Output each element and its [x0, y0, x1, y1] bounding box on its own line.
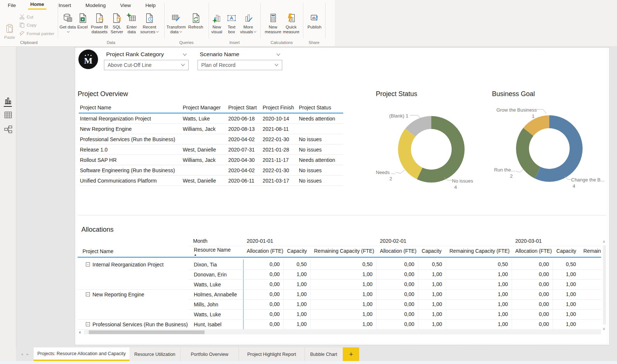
column-header[interactable]: Resource Name ▲ — [189, 246, 243, 257]
collapse-icon[interactable]: − — [86, 292, 90, 296]
new-visual-button[interactable]: New visual — [209, 13, 225, 34]
excel-icon — [77, 13, 88, 24]
sort-ascending-icon[interactable]: ▲ — [194, 253, 243, 256]
copy-button[interactable]: Copy — [19, 22, 37, 28]
value-cell: 0,00 — [243, 279, 283, 289]
column-header[interactable]: Allocation (FTE) — [243, 246, 283, 257]
refresh-button[interactable]: Refresh — [186, 13, 205, 30]
get-data-button[interactable]: Get data — [59, 13, 76, 34]
new-measure-icon — [267, 13, 279, 24]
matrix-row[interactable]: − Professional Services (Run the Busines… — [78, 319, 601, 329]
matrix-row[interactable]: − Watts, Luke 0,001,001,000,001,001,000,… — [78, 309, 601, 319]
transform-data-button[interactable]: Transform data — [163, 13, 189, 34]
value-cells: 0,001,001,000,001,001,000,001,00 — [243, 269, 580, 279]
column-header[interactable]: Capacity — [283, 246, 310, 257]
project-finish-cell: 2022-01-30 — [262, 167, 298, 173]
data-view-button[interactable] — [4, 110, 13, 119]
matrix-row[interactable]: − Donovan, Erin 0,001,001,000,001,001,00… — [78, 269, 601, 279]
scroll-left-arrow[interactable]: ‹ — [79, 329, 81, 335]
recent-sources-button[interactable]: Recent sources — [139, 13, 160, 34]
ribbon-tab-file[interactable]: File — [6, 2, 18, 9]
paste-button[interactable]: Paste — [1, 23, 18, 40]
column-header[interactable]: Project Finish — [262, 105, 298, 110]
ribbon-tab-modeling[interactable]: Modeling — [83, 2, 108, 9]
table-row[interactable]: Software Engineering (Run the Business) … — [79, 165, 343, 175]
dropdown-chevron-icon — [254, 31, 256, 33]
project-finish-cell: 2021-08-11 — [262, 126, 298, 132]
calculations-group-label: Calculations — [260, 40, 303, 45]
column-header[interactable]: Remainin — [580, 246, 601, 257]
column-header[interactable]: Allocation (FTE) — [376, 246, 418, 257]
slicer-scenario-dropdown[interactable]: Plan of Record — [198, 60, 282, 70]
text-box-icon — [226, 13, 237, 24]
matrix-row[interactable]: − New Reporting Engine Holmes, Annabelle… — [78, 289, 601, 299]
enter-data-button[interactable]: Enter data — [124, 13, 139, 34]
table-row[interactable]: Unified Communications Platform West, Da… — [79, 175, 343, 186]
column-header[interactable]: Capacity — [553, 246, 580, 257]
matrix-row[interactable]: − Mills, John 0,001,001,000,001,001,000,… — [78, 299, 601, 309]
column-header[interactable]: Project Name — [78, 249, 189, 254]
table-row[interactable]: Professional Services (Run the Business)… — [79, 134, 343, 144]
page-tab-project-highlight-report[interactable]: Project Highlight Report — [239, 347, 305, 361]
column-header[interactable]: Remaining Capacity (FTE) — [446, 246, 512, 257]
column-header[interactable]: Allocation (FTE) — [512, 246, 553, 257]
dropdown-chevron-icon — [67, 31, 70, 33]
ribbon-tab-view[interactable]: View — [118, 2, 133, 9]
next-page-icon[interactable]: ▸ — [27, 352, 29, 357]
chevron-down-icon[interactable] — [183, 53, 187, 56]
project-group-cell: New Reporting Engine — [92, 292, 144, 297]
table-row[interactable]: Rollout SAP HR Williams, Jack 2020-04-30… — [79, 154, 343, 165]
project-manager-cell: Williams, Jack — [182, 126, 227, 132]
donut-label-run-business: Run the... 2 — [480, 167, 515, 179]
value-cell: 1,00 — [446, 279, 512, 289]
page-tab-projects-resource-allocation[interactable]: Projects: Resource Allocation and Capaci… — [34, 347, 129, 361]
value-cell: 1,00 — [446, 269, 512, 279]
allocations-matrix[interactable]: Month 2020-01-01 2020-02-01 2020-03-01 P… — [78, 237, 601, 330]
matrix-row[interactable]: − Watts, Luke 0,001,001,000,001,001,000,… — [78, 279, 601, 289]
previous-page-icon[interactable]: ◂ — [21, 352, 23, 357]
slicer-rank-dropdown[interactable]: Above Cut-Off Line — [104, 60, 189, 70]
matrix-row[interactable]: − Internal Reorganization Project Dixon,… — [78, 259, 601, 269]
value-cells: 0,001,001,000,001,001,000,001,00 — [243, 309, 580, 319]
horizontal-scrollbar-thumb[interactable] — [89, 330, 205, 334]
table-row[interactable]: Release 1.0 West, Danielle 2020-07-31 20… — [79, 144, 343, 154]
insert-group-label: Insert — [209, 40, 260, 45]
value-cell: 0,00 — [243, 259, 283, 269]
ribbon-tab-insert[interactable]: Insert — [56, 2, 73, 9]
format-painter-button[interactable]: Format painter — [19, 31, 54, 36]
report-view-button[interactable] — [4, 96, 13, 105]
sql-server-button[interactable]: SQL Server — [108, 13, 125, 34]
page-tab-bubble-chart[interactable]: Bubble Chart — [305, 347, 343, 361]
ribbon-tab-help[interactable]: Help — [143, 2, 158, 9]
row-separator — [189, 269, 601, 270]
publish-button[interactable]: Publish — [306, 13, 323, 30]
table-row[interactable]: Internal Reorganization Project Watts, L… — [79, 113, 343, 123]
column-header[interactable]: Project Name — [79, 105, 182, 110]
add-page-button[interactable]: + — [343, 347, 359, 361]
quick-measure-button[interactable]: Quick measure — [281, 13, 301, 34]
power-bi-datasets-button[interactable]: Power BI datasets — [88, 13, 111, 34]
scroll-up-arrow[interactable]: ∧ — [603, 239, 605, 244]
vertical-scrollbar-thumb[interactable] — [603, 245, 606, 324]
model-view-button[interactable] — [4, 125, 13, 134]
value-cell: 1,00 — [310, 299, 376, 309]
column-header[interactable]: Capacity — [418, 246, 446, 257]
collapse-icon[interactable]: − — [86, 262, 90, 266]
chevron-down-icon[interactable] — [276, 53, 280, 56]
resource-name-cell: Watts, Luke — [189, 282, 243, 288]
more-visuals-button[interactable]: More visuals — [239, 13, 257, 34]
value-cell: 0,00 — [512, 279, 553, 289]
text-box-button[interactable]: Text box — [225, 13, 238, 34]
project-overview-table[interactable]: Project Name Project Manager Project Sta… — [79, 102, 343, 186]
column-header[interactable]: Project Start — [227, 105, 262, 110]
page-tab-resource-utilization[interactable]: Resource Utilization — [129, 347, 181, 361]
column-header[interactable]: Project Manager — [182, 105, 227, 110]
ribbon-tab-home[interactable]: Home — [28, 1, 47, 10]
column-header[interactable]: Project Status — [298, 105, 342, 110]
collapse-icon[interactable]: − — [86, 322, 90, 326]
scroll-down-arrow[interactable]: ∨ — [603, 327, 605, 331]
cut-button[interactable]: Cut — [19, 14, 33, 20]
table-row[interactable]: New Reporting Engine Williams, Jack 2020… — [79, 123, 343, 134]
page-tab-portfolio-overview[interactable]: Portfolio Overview — [181, 347, 239, 361]
column-header[interactable]: Remaining Capacity (FTE) — [310, 246, 376, 257]
